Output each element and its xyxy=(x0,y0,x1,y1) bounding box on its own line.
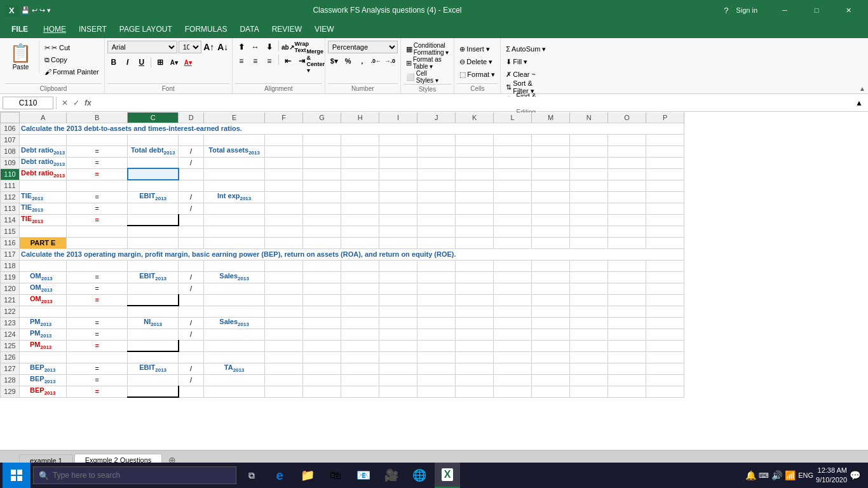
cell-110i[interactable] xyxy=(379,168,417,180)
cell-126m[interactable] xyxy=(532,351,570,363)
cell-118b[interactable] xyxy=(67,260,128,271)
cell-126j[interactable] xyxy=(417,351,456,363)
formulas-menu[interactable]: FORMULAS xyxy=(179,20,234,38)
cell-127p[interactable] xyxy=(646,363,684,374)
data-menu[interactable]: DATA xyxy=(233,20,265,38)
cell-114h[interactable] xyxy=(341,214,379,226)
cell-109e[interactable] xyxy=(204,157,265,168)
cell-119p[interactable] xyxy=(646,271,684,283)
cell-120k[interactable] xyxy=(456,283,494,294)
cell-128n[interactable] xyxy=(570,374,608,386)
cell-114g[interactable] xyxy=(303,214,341,226)
cell-109f[interactable] xyxy=(265,157,303,168)
cell-109p[interactable] xyxy=(646,157,684,168)
cell-127e[interactable]: TA2013 xyxy=(204,363,265,374)
page-layout-menu[interactable]: PAGE LAYOUT xyxy=(113,20,179,38)
view-menu[interactable]: VIEW xyxy=(308,20,341,38)
cell-118m[interactable] xyxy=(532,260,570,271)
cell-114p[interactable] xyxy=(646,214,684,226)
cell-111i[interactable] xyxy=(379,180,417,191)
cell-128a[interactable]: BEP2013 xyxy=(20,374,67,386)
cell-121h[interactable] xyxy=(341,294,379,306)
cell-116n[interactable] xyxy=(570,237,608,248)
align-bottom-button[interactable]: ⬇ xyxy=(263,41,276,53)
cell-128o[interactable] xyxy=(608,374,646,386)
cell-110f[interactable] xyxy=(265,168,303,180)
cell-116e[interactable] xyxy=(204,237,265,248)
cell-120h[interactable] xyxy=(341,283,379,294)
cell-122k[interactable] xyxy=(456,306,494,317)
cell-125l[interactable] xyxy=(494,340,532,351)
cell-reference-input[interactable] xyxy=(3,97,53,109)
cell-114d[interactable] xyxy=(179,214,204,226)
cell-116a[interactable]: PART E xyxy=(20,237,67,248)
taskbar-zoom-icon[interactable]: 🎥 xyxy=(379,463,404,488)
cell-126c[interactable] xyxy=(128,351,179,363)
cell-115b[interactable] xyxy=(67,226,128,237)
taskbar-store-icon[interactable]: 🛍 xyxy=(323,463,348,488)
cell-122f[interactable] xyxy=(265,306,303,317)
cell-111k[interactable] xyxy=(456,180,494,191)
cell-125b[interactable]: = xyxy=(67,340,128,351)
cell-114f[interactable] xyxy=(265,214,303,226)
row-num-117[interactable]: 117 xyxy=(1,248,20,260)
cell-107f[interactable] xyxy=(265,134,303,146)
cell-123p[interactable] xyxy=(646,317,684,329)
cell-107d[interactable] xyxy=(179,134,204,146)
cell-109d[interactable]: / xyxy=(179,157,204,168)
scroll-area[interactable]: A B C D E F G H I J K L M N O xyxy=(0,112,868,450)
cell-115a[interactable] xyxy=(20,226,67,237)
cell-125n[interactable] xyxy=(570,340,608,351)
cell-113e[interactable] xyxy=(204,203,265,214)
cell-111f[interactable] xyxy=(265,180,303,191)
cell-129m[interactable] xyxy=(532,386,570,397)
cell-112i[interactable] xyxy=(379,191,417,203)
merge-center-button[interactable]: Merge & Center ▾ xyxy=(309,55,322,67)
orientation-button[interactable]: ab↗ xyxy=(281,41,294,53)
taskbar-mail-icon[interactable]: 📧 xyxy=(351,463,376,488)
cell-112o[interactable] xyxy=(608,191,646,203)
cell-112f[interactable] xyxy=(265,191,303,203)
cell-125f[interactable] xyxy=(265,340,303,351)
file-menu[interactable]: FILE xyxy=(3,20,37,38)
cell-120l[interactable] xyxy=(494,283,532,294)
cell-123b[interactable]: = xyxy=(67,317,128,329)
autosum-button[interactable]: Σ AutoSum ▾ xyxy=(503,43,548,55)
cell-123g[interactable] xyxy=(303,317,341,329)
cell-120c[interactable] xyxy=(128,283,179,294)
row-num-113[interactable]: 113 xyxy=(1,203,20,214)
signin-label[interactable]: Sign in xyxy=(736,6,757,14)
cell-115f[interactable] xyxy=(265,226,303,237)
cell-107i[interactable] xyxy=(379,134,417,146)
align-middle-button[interactable]: ↔ xyxy=(249,41,262,53)
cell-115d[interactable] xyxy=(179,226,204,237)
cell-119e[interactable]: Sales2013 xyxy=(204,271,265,283)
cell-129b[interactable]: = xyxy=(67,386,128,397)
cell-124g[interactable] xyxy=(303,329,341,340)
cell-112j[interactable] xyxy=(417,191,456,203)
cell-118h[interactable] xyxy=(341,260,379,271)
cell-124b[interactable]: = xyxy=(67,329,128,340)
cell-126g[interactable] xyxy=(303,351,341,363)
confirm-formula-icon[interactable]: ✓ xyxy=(71,98,82,107)
row-num-124[interactable]: 124 xyxy=(1,329,20,340)
cell-108m[interactable] xyxy=(532,146,570,157)
cell-124n[interactable] xyxy=(570,329,608,340)
cell-119k[interactable] xyxy=(456,271,494,283)
cell-127h[interactable] xyxy=(341,363,379,374)
cell-122p[interactable] xyxy=(646,306,684,317)
close-button[interactable]: ✕ xyxy=(834,0,863,20)
cell-127m[interactable] xyxy=(532,363,570,374)
cell-113b[interactable]: = xyxy=(67,203,128,214)
cell-111j[interactable] xyxy=(417,180,456,191)
cell-116b[interactable] xyxy=(67,237,128,248)
cell-115i[interactable] xyxy=(379,226,417,237)
row-num-126[interactable]: 126 xyxy=(1,351,20,363)
font-grow-button[interactable]: A↑ xyxy=(203,41,215,53)
row-num-120[interactable]: 120 xyxy=(1,283,20,294)
cell-127l[interactable] xyxy=(494,363,532,374)
row-num-115[interactable]: 115 xyxy=(1,226,20,237)
cell-124m[interactable] xyxy=(532,329,570,340)
cell-119f[interactable] xyxy=(265,271,303,283)
cell-125i[interactable] xyxy=(379,340,417,351)
